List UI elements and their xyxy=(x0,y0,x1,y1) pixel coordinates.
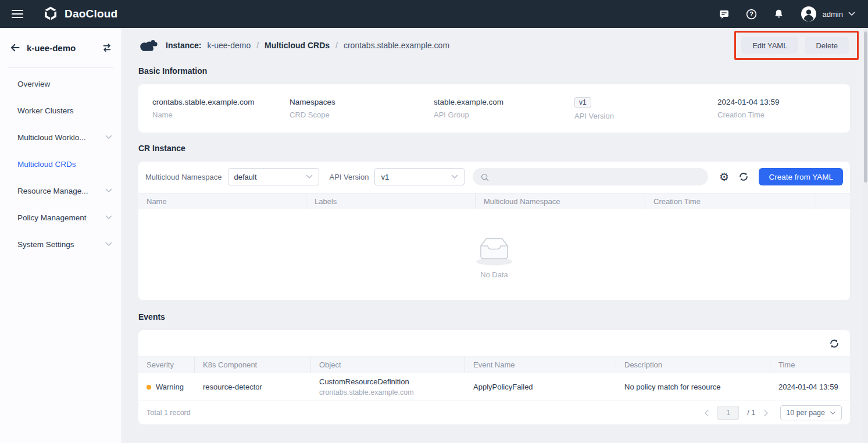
brand[interactable]: DaoCloud xyxy=(42,5,117,23)
chevron-down-icon xyxy=(105,188,112,193)
namespace-filter-label: Multicloud Namespace xyxy=(145,173,222,181)
col-multicloud-namespace: Multicloud Namespace xyxy=(476,194,645,209)
user-menu[interactable]: admin xyxy=(800,5,855,23)
page-scrollbar[interactable] xyxy=(863,28,868,443)
sidebar-item-policy-management[interactable]: Policy Management xyxy=(0,204,122,231)
description-cell: No policy match for resource xyxy=(616,383,770,391)
field-api-version: v1 API Version xyxy=(574,97,717,120)
create-from-yaml-button[interactable]: Create from YAML xyxy=(759,168,843,185)
chevron-down-icon xyxy=(105,242,112,246)
sidebar-item-system-settings[interactable]: System Settings xyxy=(0,231,122,258)
component-cell: resource-detector xyxy=(195,383,311,391)
back-arrow-icon xyxy=(9,42,21,53)
instance-title: k-uee-demo xyxy=(27,43,102,53)
col-event-name: Event Name xyxy=(465,357,616,373)
messages-icon[interactable] xyxy=(718,8,730,20)
col-time: Time xyxy=(770,357,850,373)
total-pages: 1 xyxy=(751,409,755,417)
col-name: Name xyxy=(138,194,306,209)
highlight-annotation-box: Edit YAML Delete xyxy=(734,31,859,60)
scrollbar-thumb[interactable] xyxy=(864,31,867,183)
api-version-select[interactable]: v1 xyxy=(374,168,465,185)
breadcrumb-item-multicloud-crds[interactable]: Multicloud CRDs xyxy=(265,41,330,50)
chevron-down-icon xyxy=(306,174,313,179)
breadcrumb-item-instance[interactable]: k-uee-demo xyxy=(207,41,251,50)
severity-cell: Warning xyxy=(138,383,195,391)
col-severity: Severity xyxy=(138,357,195,373)
sidebar-item-worker-clusters[interactable]: Worker Clusters xyxy=(0,97,122,124)
col-k8s-component: K8s Component xyxy=(195,357,311,373)
breadcrumb-item-crd-name: crontabs.stable.example.com xyxy=(344,41,449,50)
breadcrumb-prefix: Instance: xyxy=(166,41,201,50)
api-version-filter-label: API Version xyxy=(330,173,369,181)
switch-instance-button[interactable] xyxy=(102,42,112,53)
avatar xyxy=(800,5,817,23)
prev-page-button[interactable] xyxy=(704,409,709,417)
cr-empty-state: No Data xyxy=(138,209,850,300)
cloud-icon xyxy=(138,38,158,53)
brand-name: DaoCloud xyxy=(65,8,117,20)
switch-icon xyxy=(102,42,112,53)
event-table-row: Warning resource-detector CustomResource… xyxy=(138,373,850,401)
field-api-group: stable.example.com API Group xyxy=(434,98,574,119)
sidebar-nav: Overview Worker Clusters Multicloud Work… xyxy=(0,70,122,258)
basic-information-card: crontabs.stable.example.com Name Namespa… xyxy=(138,84,850,133)
total-records-label: Total 1 record xyxy=(147,409,191,417)
search-icon xyxy=(480,172,490,183)
chevron-down-icon xyxy=(105,215,112,220)
svg-text:?: ? xyxy=(749,10,753,17)
daocloud-logo-icon xyxy=(42,5,59,23)
no-data-label: No Data xyxy=(480,270,508,279)
col-object: Object xyxy=(311,357,465,373)
warning-dot-icon xyxy=(147,385,151,390)
breadcrumb-separator: / xyxy=(335,41,338,50)
main-content: Instance: k-uee-demo / Multicloud CRDs /… xyxy=(122,28,868,443)
back-button[interactable] xyxy=(9,42,21,53)
chevron-down-icon xyxy=(105,135,112,140)
top-navbar: DaoCloud ? xyxy=(0,0,868,28)
sidebar-item-overview[interactable]: Overview xyxy=(0,70,122,97)
object-cell: CustomResourceDefinition crontabs.stable… xyxy=(311,377,465,396)
col-creation-time: Creation Time xyxy=(645,194,816,209)
cr-instance-title: CR Instance xyxy=(138,144,850,153)
field-crd-scope: Namespaces CRD Scope xyxy=(290,98,434,119)
table-settings-gear-icon[interactable]: ⚙ xyxy=(718,171,730,183)
pagination: Total 1 record / 1 10 per page xyxy=(138,401,850,424)
sidebar-divider xyxy=(8,67,113,68)
refresh-icon[interactable] xyxy=(738,171,749,183)
time-cell: 2024-01-04 13:59 xyxy=(770,383,850,391)
next-page-button[interactable] xyxy=(763,409,769,417)
api-version-tag: v1 xyxy=(574,97,591,108)
sidebar-item-multicloud-workloads[interactable]: Multicloud Worklo... xyxy=(0,124,122,151)
sidebar-item-resource-management[interactable]: Resource Manage... xyxy=(0,177,122,204)
delete-button[interactable]: Delete xyxy=(805,37,849,54)
event-name-cell: ApplyPolicyFailed xyxy=(465,383,616,391)
col-actions xyxy=(816,194,850,209)
cr-table-header: Name Labels Multicloud Namespace Creatio… xyxy=(138,193,850,209)
events-table-header: Severity K8s Component Object Event Name… xyxy=(138,356,850,373)
basic-information-title: Basic Information xyxy=(138,66,850,76)
events-title: Events xyxy=(138,312,850,321)
user-name: admin xyxy=(823,10,843,19)
events-refresh-icon[interactable] xyxy=(828,338,840,349)
namespace-select[interactable]: default xyxy=(228,168,319,185)
page-number-input[interactable] xyxy=(717,406,739,420)
chevron-down-icon xyxy=(830,411,836,415)
sidebar-item-multicloud-crds[interactable]: Multicloud CRDs xyxy=(0,151,122,177)
page-size-select[interactable]: 10 per page xyxy=(780,405,842,420)
sidebar: k-uee-demo Overview Worker Clusters Mult… xyxy=(0,28,122,443)
edit-yaml-button[interactable]: Edit YAML xyxy=(741,37,798,54)
help-icon[interactable]: ? xyxy=(745,8,758,20)
no-data-icon xyxy=(473,231,516,267)
hamburger-menu-icon[interactable] xyxy=(12,10,23,18)
field-name: crontabs.stable.example.com Name xyxy=(152,98,290,119)
field-creation-time: 2024-01-04 13:59 Creation Time xyxy=(717,98,850,119)
cr-instance-card: Multicloud Namespace default API Version… xyxy=(138,162,850,300)
cr-search-input[interactable] xyxy=(473,168,708,185)
col-labels: Labels xyxy=(306,194,476,209)
chevron-down-icon xyxy=(848,12,855,16)
notifications-bell-icon[interactable] xyxy=(773,8,785,20)
events-card: Severity K8s Component Object Event Name… xyxy=(138,330,850,424)
col-description: Description xyxy=(616,357,770,373)
chevron-down-icon xyxy=(451,174,458,179)
